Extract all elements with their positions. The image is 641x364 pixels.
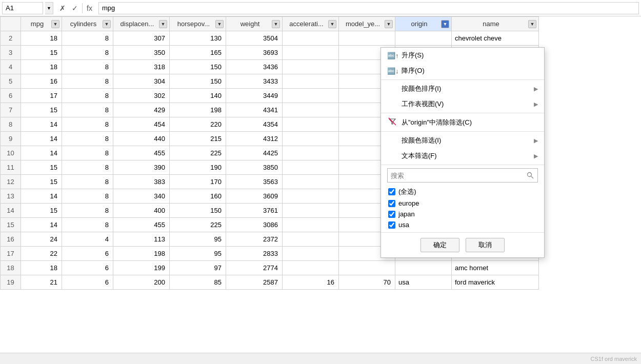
checkbox-item[interactable]: usa [387,219,538,230]
cell[interactable]: 15 [21,160,62,175]
cell[interactable]: 3504 [226,31,283,46]
cell[interactable]: 3433 [226,74,283,89]
cell[interactable]: 6 [62,247,113,261]
cell[interactable]: 383 [113,175,170,189]
cell[interactable]: 3609 [226,189,283,204]
cell[interactable]: 14 [21,117,62,132]
cell[interactable] [283,60,339,74]
cell-reference[interactable]: A1 [2,2,43,14]
cell[interactable]: 150 [170,60,226,74]
col-header-D[interactable]: horsepov... ▼ [170,17,226,31]
cancel-button[interactable]: 取消 [466,238,505,252]
cell[interactable]: 2587 [226,275,283,290]
cell[interactable]: 8 [62,60,113,74]
cell[interactable]: 225 [170,146,226,160]
cell[interactable]: amc hornet [452,261,539,275]
cell[interactable]: 6 [62,261,113,275]
cell[interactable]: 150 [170,204,226,218]
col-header-G[interactable]: model_ye... ▼ [339,17,395,31]
col-header-B[interactable]: cylinders ▼ [62,17,113,31]
cell[interactable] [283,74,339,89]
cell[interactable]: 8 [62,74,113,89]
text-filter-item[interactable]: 文本筛选(F) ▶ [381,148,544,164]
cell[interactable] [283,146,339,160]
cell[interactable]: 15 [21,204,62,218]
cell[interactable]: 15 [21,46,62,60]
cell[interactable]: 429 [113,103,170,117]
cell[interactable]: 22 [21,247,62,261]
formula-input[interactable] [98,2,639,14]
cell[interactable] [283,218,339,232]
filter-btn-E[interactable]: ▼ [272,20,280,28]
checkbox-input[interactable] [388,211,395,218]
cell[interactable] [395,31,452,46]
cell[interactable]: 199 [113,261,170,275]
cell[interactable]: 95 [170,247,226,261]
col-header-I[interactable]: name ▼ [452,17,539,31]
cell[interactable]: ford maverick [452,275,539,290]
cell[interactable]: 160 [170,189,226,204]
cell[interactable]: 17 [21,89,62,103]
cell[interactable]: 170 [170,175,226,189]
cell[interactable]: 400 [113,204,170,218]
cell[interactable]: 18 [21,261,62,275]
cell[interactable]: 4341 [226,103,283,117]
filter-btn-A[interactable]: ▼ [51,20,59,28]
cell[interactable]: 190 [170,160,226,175]
cell[interactable]: 8 [62,89,113,103]
cell[interactable]: 340 [113,189,170,204]
cell[interactable]: 18 [21,31,62,46]
cell-ref-dropdown[interactable]: ▼ [45,2,53,14]
cell[interactable]: 8 [62,46,113,60]
cell[interactable]: 455 [113,218,170,232]
cancel-icon[interactable]: ✗ [57,3,68,13]
cell[interactable]: 225 [170,218,226,232]
cell[interactable] [339,31,395,46]
cell[interactable]: 14 [21,146,62,160]
cell[interactable]: 8 [62,132,113,146]
cell[interactable] [283,247,339,261]
checkbox-input[interactable] [388,221,395,229]
cell[interactable]: 2372 [226,232,283,247]
confirm-button[interactable]: 确定 [420,238,459,252]
checkbox-item[interactable]: (全选) [387,186,538,198]
cell[interactable] [283,89,339,103]
col-header-A[interactable]: mpg ▼ [21,17,62,31]
cell[interactable]: 165 [170,46,226,60]
cell[interactable] [283,31,339,46]
cell[interactable]: 3563 [226,175,283,189]
work-view-item[interactable]: 工作表视图(V) ▶ [381,96,544,112]
cell[interactable]: 2833 [226,247,283,261]
filter-btn-D[interactable]: ▼ [215,20,224,28]
cell[interactable]: 200 [113,275,170,290]
cell[interactable]: 21 [21,275,62,290]
clear-filter-item[interactable]: 从"origin"中清除筛选(C) [381,114,544,130]
cell[interactable]: 140 [170,89,226,103]
cell[interactable]: 130 [170,31,226,46]
fx-icon[interactable]: fx [85,3,94,13]
cell[interactable]: 14 [21,132,62,146]
cell[interactable]: 70 [339,275,395,290]
cell[interactable] [283,117,339,132]
cell[interactable]: 8 [62,175,113,189]
cell[interactable]: 8 [62,31,113,46]
cell[interactable]: 14 [21,189,62,204]
col-header-F[interactable]: accelerati... ▼ [283,17,339,31]
cell[interactable]: 215 [170,132,226,146]
search-input[interactable] [388,170,523,181]
cell[interactable]: 220 [170,117,226,132]
checkbox-input[interactable] [388,188,395,195]
col-header-C[interactable]: displacen... ▼ [113,17,170,31]
cell[interactable]: 302 [113,89,170,103]
cell[interactable]: 150 [170,74,226,89]
cell[interactable]: 304 [113,74,170,89]
sort-asc-item[interactable]: 🔤↑ 升序(S) [381,48,544,63]
cell[interactable] [283,232,339,247]
cell[interactable]: 350 [113,46,170,60]
cell[interactable]: 14 [21,218,62,232]
cell[interactable]: 3693 [226,46,283,60]
filter-btn-F[interactable]: ▼ [328,20,336,28]
cell[interactable] [395,261,452,275]
cell[interactable]: 8 [62,218,113,232]
cell[interactable]: 198 [113,247,170,261]
